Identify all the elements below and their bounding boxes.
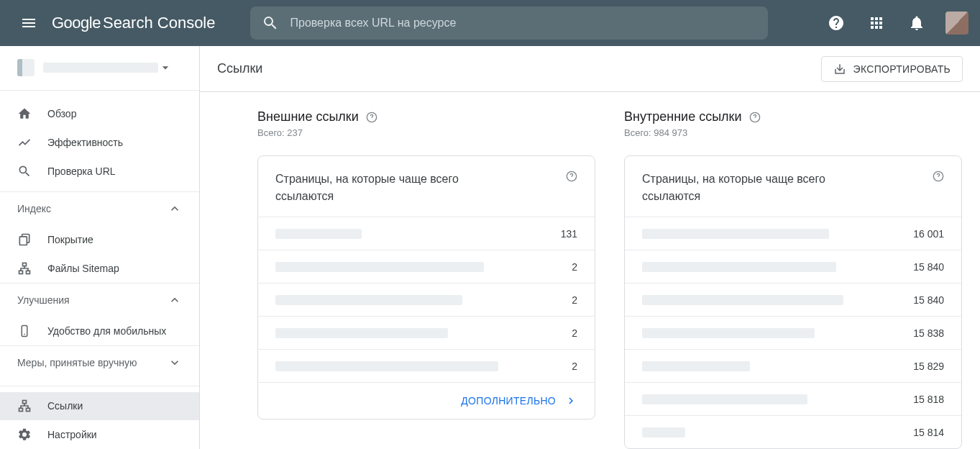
link-count: 2 [572, 327, 577, 339]
section-label: Улучшения [17, 294, 70, 306]
table-row[interactable]: 15 840 [625, 283, 961, 316]
table-row[interactable]: 16 001 [625, 217, 961, 250]
sidebar-item-label: Удобство для мобильных [47, 325, 166, 337]
redacted-url [275, 229, 362, 239]
sidebar-item-label: Эффективность [47, 137, 123, 148]
link-count: 15 840 [913, 294, 944, 306]
links-icon [17, 399, 32, 413]
account-avatar[interactable] [945, 12, 968, 35]
hamburger-menu-button[interactable] [12, 6, 46, 40]
header-actions [819, 6, 968, 40]
logo-google: Google [52, 14, 101, 32]
sidebar-item-overview[interactable]: Обзор [0, 99, 199, 128]
link-count: 131 [561, 228, 577, 240]
download-icon [833, 63, 846, 76]
section-header-enhancements[interactable]: Улучшения [0, 283, 199, 317]
gear-icon [17, 427, 32, 442]
svg-rect-2 [23, 263, 27, 266]
sidebar-item-mobile-usability[interactable]: Удобство для мобильных [0, 317, 199, 345]
svg-rect-4 [27, 271, 30, 273]
logo-search-console: Search Console [103, 14, 216, 32]
redacted-url [642, 394, 807, 404]
redacted-url [275, 295, 462, 305]
sidebar-item-sitemaps[interactable]: Файлы Sitemap [0, 254, 199, 283]
dropdown-arrow-icon [158, 60, 173, 75]
sidebar-item-url-inspection[interactable]: Проверка URL [0, 157, 199, 186]
chevron-right-icon [564, 394, 577, 407]
table-row[interactable]: 15 818 [625, 382, 961, 415]
search-input[interactable] [290, 17, 756, 30]
help-icon[interactable] [749, 112, 761, 123]
svg-rect-8 [19, 409, 23, 412]
inspect-icon [17, 164, 32, 178]
redacted-url [275, 361, 498, 371]
help-icon[interactable] [566, 171, 577, 182]
main-content: Ссылки ЭКСПОРТИРОВАТЬ Внешние ссылки Все… [200, 46, 980, 449]
card-title: Страницы, на которые чаще всего ссылаютс… [642, 171, 872, 205]
help-icon[interactable] [366, 112, 377, 123]
page-header: Ссылки ЭКСПОРТИРОВАТЬ [200, 46, 980, 92]
link-count: 2 [572, 261, 577, 273]
page-title: Ссылки [217, 61, 262, 76]
internal-links-column: Внутренние ссылки Всего: 984 973 Страниц… [624, 109, 962, 449]
redacted-url [642, 295, 843, 305]
table-row[interactable]: 2 [258, 349, 595, 382]
sidebar-item-label: Файлы Sitemap [47, 263, 119, 274]
table-row[interactable]: 15 840 [625, 250, 961, 283]
performance-icon [17, 135, 32, 150]
apps-button[interactable] [859, 6, 894, 40]
external-top-linked-card: Страницы, на которые чаще всего ссылаютс… [257, 155, 595, 419]
sidebar-item-performance[interactable]: Эффективность [0, 128, 199, 157]
section-header-manual-actions[interactable]: Меры, принятые вручную [0, 345, 199, 380]
table-row[interactable]: 15 838 [625, 316, 961, 349]
product-logo: Google Search Console [52, 14, 216, 32]
notifications-button[interactable] [899, 6, 934, 40]
external-links-heading: Внешние ссылки [257, 109, 595, 124]
section-header-index[interactable]: Индекс [0, 191, 199, 226]
table-row[interactable]: 2 [258, 283, 595, 316]
mobile-icon [17, 324, 32, 338]
internal-top-linked-card: Страницы, на которые чаще всего ссылаютс… [624, 155, 962, 449]
table-row[interactable]: 131 [258, 217, 595, 250]
more-link[interactable]: ДОПОЛНИТЕЛЬНО [461, 394, 577, 407]
section-label: Индекс [17, 203, 51, 214]
sidebar-item-label: Обзор [47, 108, 76, 119]
table-row[interactable]: 15 814 [625, 415, 961, 448]
help-button[interactable] [819, 6, 853, 40]
sidebar-item-coverage[interactable]: Покрытие [0, 225, 199, 254]
external-links-column: Внешние ссылки Всего: 237 Страницы, на к… [257, 109, 595, 449]
card-title: Страницы, на которые чаще всего ссылаютс… [275, 171, 505, 205]
nav-group-main: Обзор Эффективность Проверка URL [0, 91, 199, 191]
heading-text: Внешние ссылки [257, 109, 359, 124]
link-count: 15 829 [913, 360, 944, 372]
search-icon [262, 14, 279, 32]
redacted-url [642, 361, 750, 371]
chevron-up-icon [168, 293, 182, 307]
url-search-bar[interactable] [250, 6, 768, 40]
export-label: ЭКСПОРТИРОВАТЬ [853, 63, 951, 75]
table-row[interactable]: 15 829 [625, 349, 961, 382]
link-count: 15 814 [913, 427, 944, 438]
sitemap-icon [17, 261, 32, 276]
more-label: ДОПОЛНИТЕЛЬНО [461, 395, 556, 407]
nav-divider [0, 386, 199, 386]
link-count: 15 838 [913, 327, 944, 339]
table-row[interactable]: 2 [258, 250, 595, 283]
redacted-url [642, 229, 829, 239]
table-row[interactable]: 2 [258, 316, 595, 349]
internal-links-heading: Внутренние ссылки [624, 109, 962, 124]
link-count: 15 818 [913, 394, 944, 405]
property-selector[interactable] [0, 46, 199, 91]
sidebar: Обзор Эффективность Проверка URL Индекс … [0, 46, 200, 449]
sidebar-item-links[interactable]: Ссылки [0, 392, 199, 421]
section-label: Меры, принятые вручную [17, 357, 137, 368]
export-button[interactable]: ЭКСПОРТИРОВАТЬ [821, 56, 963, 82]
svg-rect-3 [19, 271, 23, 273]
coverage-icon [17, 232, 32, 247]
sidebar-item-settings[interactable]: Настройки [0, 420, 199, 449]
svg-rect-7 [23, 401, 27, 404]
help-icon[interactable] [933, 171, 944, 182]
content-columns: Внешние ссылки Всего: 237 Страницы, на к… [200, 92, 980, 449]
card-footer: ДОПОЛНИТЕЛЬНО [258, 382, 595, 419]
external-total: Всего: 237 [257, 127, 595, 138]
